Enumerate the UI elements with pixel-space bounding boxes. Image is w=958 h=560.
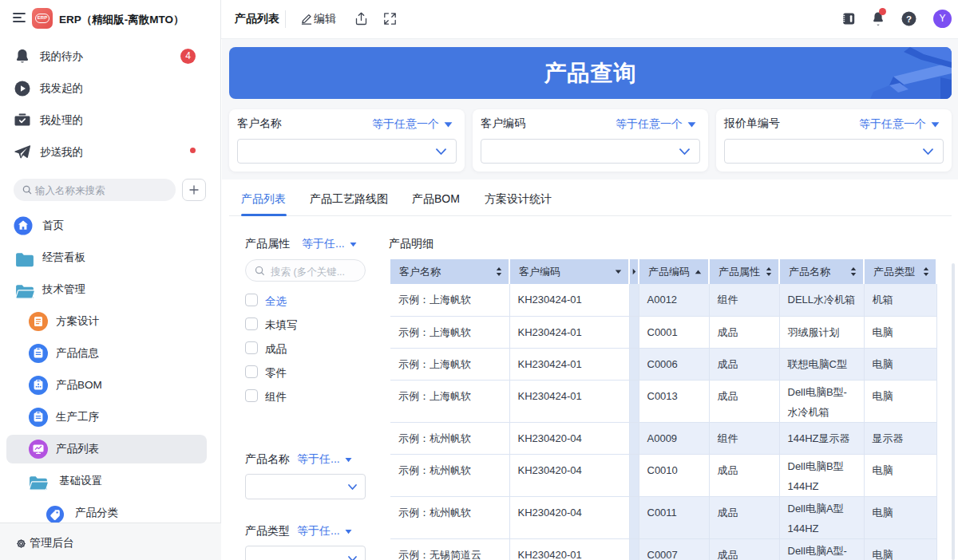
svg-text:?: ? xyxy=(906,14,912,24)
